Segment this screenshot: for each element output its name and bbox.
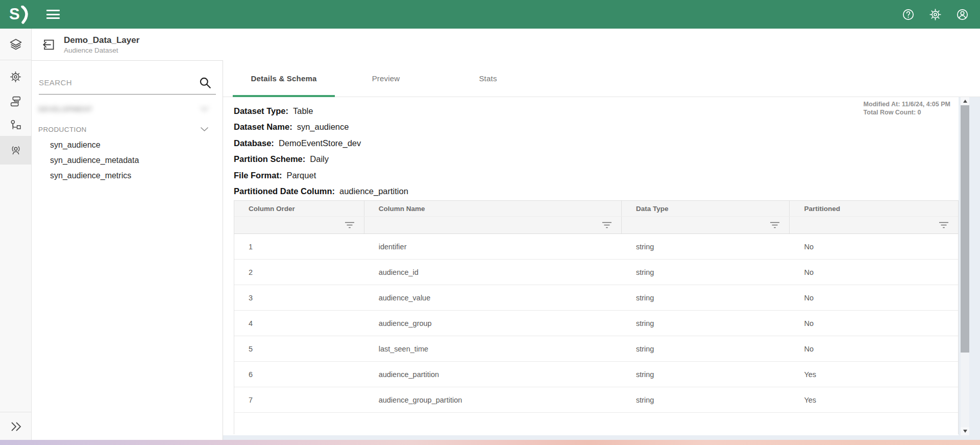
detail-value: Table [293,106,313,115]
brand-logo[interactable]: S [9,0,30,29]
table-cell: 2 [234,260,364,285]
search-field-wrap [39,72,216,95]
scroll-margin [959,97,980,440]
dataset-tree: DEVELOPMENT PRODUCTION syn_audiencesyn_a… [32,101,223,183]
pipeline-flow-icon [9,119,22,132]
table-filter-row [234,217,958,234]
schema-table: Column OrderColumn NameData TypePartitio… [234,200,959,434]
detail-value: audience_partition [339,186,408,196]
table-cell: string [622,387,790,412]
detail-value: Parquet [286,171,316,180]
scroll-up-button[interactable] [961,97,969,105]
detail-field: Dataset Name:syn_audience [234,119,408,135]
rail-settings[interactable] [0,65,31,88]
tree-item[interactable]: syn_audience_metrics [32,168,223,183]
table-cell: audience_partition [364,362,622,387]
tab-details-schema[interactable]: Details & Schema [233,60,335,97]
search-input[interactable] [39,72,192,92]
table-header-row: Column OrderColumn NameData TypePartitio… [234,200,958,217]
tree-section-label: DEVELOPMENT [38,105,92,113]
brand-logo-letter: S [9,0,20,29]
brand-logo-swoosh [21,6,30,24]
table-cell: No [790,234,958,259]
table-cell: 3 [234,285,364,310]
exit-back-icon[interactable] [42,38,56,52]
table-row[interactable]: 6audience_partitionstringYes [234,362,958,387]
help-icon[interactable] [902,8,915,21]
rail-audience[interactable] [0,136,31,165]
page-subtitle: Audience Dataset [64,46,139,54]
table-filter-cell [234,217,364,233]
table-row[interactable]: 2audience_idstringNo [234,260,958,285]
tab-preview[interactable]: Preview [335,60,437,97]
table-cell: 6 [234,362,364,387]
table-cell: 4 [234,311,364,336]
table-cell: No [790,311,958,336]
table-header-cell[interactable]: Column Name [364,201,622,216]
modified-at-text: Modified At: 11/6/24, 4:05 PM [864,100,950,108]
table-header-cell[interactable]: Partitioned [790,201,958,216]
filter-icon[interactable] [345,222,355,228]
table-cell: No [790,260,958,285]
row-count-text: Total Row Count: 0 [864,108,950,116]
settings-gear-icon[interactable] [929,8,942,21]
account-icon[interactable] [956,8,969,21]
table-cell: Yes [790,362,958,387]
table-row[interactable]: 7audience_group_partitionstringYes [234,387,958,413]
chevron-down-icon[interactable] [200,106,209,111]
detail-value: DemoEventStore_dev [279,138,361,148]
table-header-cell[interactable]: Column Order [234,201,364,216]
vertical-scrollbar[interactable] [961,97,969,435]
tree-item[interactable]: syn_audience [32,137,223,153]
table-cell: audience_group_partition [364,387,622,412]
chevron-down-icon[interactable] [200,127,209,132]
double-chevron-right-icon [10,421,22,432]
table-row[interactable]: 1identifierstringNo [234,234,958,260]
table-cell: audience_value [364,285,622,310]
rail-collapse[interactable] [0,412,31,440]
table-cell: audience_group [364,311,622,336]
bottom-gradient-bar [0,440,980,445]
table-row[interactable]: 5last_seen_timestringNo [234,336,958,362]
detail-value: Daily [310,154,329,163]
table-header-cell[interactable]: Data Type [622,201,790,216]
table-cell: string [622,336,790,361]
detail-label: Dataset Name: [234,122,292,131]
rail-pipeline[interactable] [0,114,31,136]
tree-section-1[interactable]: PRODUCTION [32,121,223,137]
rail-data-stores[interactable] [0,90,31,112]
table-cell: string [622,260,790,285]
table-empty-space [234,413,958,434]
detail-field: Partition Scheme:Daily [234,151,408,167]
table-cell: string [622,234,790,259]
table-cell: 5 [234,336,364,361]
audience-people-icon [9,144,22,157]
tab-bar: Details & Schema Preview Stats [223,60,980,97]
filter-icon[interactable] [770,222,780,228]
tree-section-0[interactable]: DEVELOPMENT [32,101,223,117]
scroll-down-button[interactable] [961,427,969,435]
search-icon[interactable] [199,76,212,89]
detail-value: syn_audience [297,122,349,131]
layers-icon[interactable] [9,37,23,52]
table-filter-cell [364,217,622,233]
filter-icon[interactable] [939,222,949,228]
table-row[interactable]: 4audience_groupstringNo [234,311,958,336]
page-title: Demo_Data_Layer [64,35,139,45]
tab-stats[interactable]: Stats [437,60,539,97]
table-cell: audience_id [364,260,622,285]
table-cell: Yes [790,387,958,412]
table-cell: No [790,336,958,361]
table-cell: 7 [234,387,364,412]
topbar-actions [902,8,969,21]
detail-label: Dataset Type: [234,106,288,115]
menu-hamburger-icon[interactable] [46,10,60,19]
dataset-sidebar: DEVELOPMENT PRODUCTION syn_audiencesyn_a… [32,60,223,440]
filter-icon[interactable] [602,222,612,228]
top-app-bar: S [0,0,980,29]
scrollbar-thumb[interactable] [961,105,969,353]
data-stores-icon [9,95,22,108]
table-row[interactable]: 3audience_valuestringNo [234,285,958,311]
table-cell: last_seen_time [364,336,622,361]
tree-item[interactable]: syn_audience_metadata [32,153,223,168]
